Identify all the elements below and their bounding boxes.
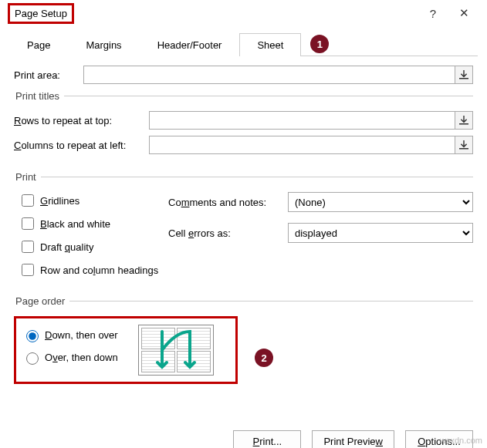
print-area-input[interactable] xyxy=(83,66,473,84)
print-titles-group: Print titles RRows to repeat at top:ows … xyxy=(14,90,473,160)
watermark: wsxdn.com xyxy=(440,436,482,445)
cols-repeat-label: Columns to repeat at left: xyxy=(14,140,149,151)
button-bar-upper: Print... Print Preview Options... xyxy=(0,423,487,448)
down-over-label: Down, then over xyxy=(45,329,118,341)
callout-2: 2 xyxy=(255,349,273,367)
comments-select[interactable]: (None) xyxy=(288,192,473,212)
print-button[interactable]: Print... xyxy=(233,430,301,448)
print-group: Print Gridlines Black and white Draft qu… xyxy=(14,171,473,285)
print-preview-button[interactable]: Print Preview xyxy=(312,430,394,448)
errors-label: Cell errors as: xyxy=(168,227,288,239)
comments-label: Comments and notes: xyxy=(168,197,288,208)
over-down-radio[interactable] xyxy=(26,352,39,365)
rows-repeat-input[interactable] xyxy=(149,111,473,130)
gridlines-checkbox-row[interactable]: Gridlines xyxy=(19,192,168,209)
print-area-label: Print area: xyxy=(14,69,83,81)
draft-checkbox-row[interactable]: Draft quality xyxy=(19,238,168,255)
rows-repeat-label: RRows to repeat at top:ows to repeat at … xyxy=(14,115,149,126)
rowcol-label: Row and column headings xyxy=(40,264,158,276)
draft-checkbox[interactable] xyxy=(22,241,34,253)
help-button[interactable]: ? xyxy=(418,7,448,20)
errors-select[interactable]: displayed xyxy=(288,223,473,243)
callout-1: 1 xyxy=(310,35,329,53)
collapse-dialog-icon xyxy=(459,70,468,79)
down-over-radio-row[interactable]: Down, then over xyxy=(22,328,138,342)
tab-sheet[interactable]: Sheet xyxy=(239,33,301,56)
tab-strip: Page Margins Header/Footer Sheet 1 xyxy=(9,32,478,56)
print-titles-legend: Print titles xyxy=(14,90,64,102)
page-order-arrow-icon xyxy=(154,328,201,373)
page-order-legend: Page order xyxy=(14,295,69,307)
print-legend: Print xyxy=(14,171,41,183)
titlebar: Page Setup ? ✕ xyxy=(0,0,487,26)
rowcol-checkbox[interactable] xyxy=(22,264,34,276)
collapse-dialog-icon xyxy=(459,140,468,150)
draft-label: Draft quality xyxy=(40,241,93,253)
page-order-preview xyxy=(138,325,214,376)
page-order-group: Page order Down, then over Over, then do… xyxy=(14,295,473,403)
over-down-label: Over, then down xyxy=(45,352,118,363)
rows-repeat-ref-button[interactable] xyxy=(455,111,473,130)
tab-margins[interactable]: Margins xyxy=(68,33,139,56)
print-area-row: Print area: xyxy=(14,66,473,84)
dialog-title: Page Setup xyxy=(8,3,74,24)
over-down-radio-row[interactable]: Over, then down xyxy=(22,350,138,365)
tab-header-footer[interactable]: Header/Footer xyxy=(140,33,240,56)
down-over-radio[interactable] xyxy=(26,330,39,342)
cols-repeat-input[interactable] xyxy=(149,136,473,154)
gridlines-label: Gridlines xyxy=(40,195,79,207)
cols-repeat-ref-button[interactable] xyxy=(455,136,473,154)
gridlines-checkbox[interactable] xyxy=(22,194,34,207)
close-button[interactable]: ✕ xyxy=(448,6,479,20)
bw-checkbox-row[interactable]: Black and white xyxy=(19,215,168,232)
bw-label: Black and white xyxy=(40,218,110,230)
dialog-body: Print area: Print titles RRows to repeat… xyxy=(0,56,487,423)
tab-page[interactable]: Page xyxy=(9,33,68,56)
collapse-dialog-icon xyxy=(459,116,468,125)
bw-checkbox[interactable] xyxy=(22,217,34,230)
rowcol-checkbox-row[interactable]: Row and column headings xyxy=(19,261,168,278)
print-area-ref-button[interactable] xyxy=(455,66,473,84)
